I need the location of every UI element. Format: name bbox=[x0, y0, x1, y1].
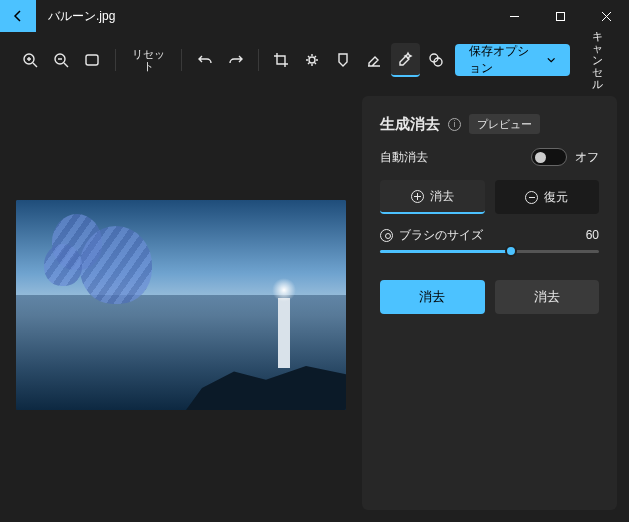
divider bbox=[258, 49, 259, 71]
edited-image[interactable] bbox=[16, 200, 346, 410]
auto-erase-label: 自動消去 bbox=[380, 149, 428, 166]
generative-erase-panel: 生成消去 i プレビュー 自動消去 オフ 消去 復元 bbox=[362, 96, 617, 510]
maximize-button[interactable] bbox=[537, 0, 583, 32]
generative-erase-button[interactable] bbox=[391, 43, 420, 77]
crop-button[interactable] bbox=[267, 43, 296, 77]
undo-button[interactable] bbox=[190, 43, 219, 77]
canvas-area[interactable] bbox=[0, 88, 362, 522]
mode-remove-button[interactable]: 復元 bbox=[495, 180, 600, 214]
fit-button[interactable] bbox=[78, 43, 107, 77]
save-label: 保存オプション bbox=[469, 43, 540, 77]
plus-circle-icon bbox=[411, 190, 424, 203]
svg-rect-3 bbox=[86, 55, 98, 65]
target-icon bbox=[380, 229, 393, 242]
auto-erase-toggle[interactable] bbox=[531, 148, 567, 166]
zoom-in-button[interactable] bbox=[16, 43, 45, 77]
svg-point-4 bbox=[309, 57, 315, 63]
erase-selection bbox=[44, 244, 82, 286]
close-button[interactable] bbox=[583, 0, 629, 32]
divider bbox=[115, 49, 116, 71]
mode-remove-label: 復元 bbox=[544, 189, 568, 206]
brush-size-label: ブラシのサイズ bbox=[399, 229, 483, 242]
window-title: バルーン.jpg bbox=[48, 8, 491, 25]
main-toolbar: リセット 保存オプション キャンセル bbox=[0, 32, 629, 88]
erase-selection bbox=[80, 226, 152, 304]
brush-size-value: 60 bbox=[586, 228, 599, 242]
erase-button[interactable] bbox=[360, 43, 389, 77]
panel-title: 生成消去 bbox=[380, 115, 440, 134]
title-bar: バルーン.jpg bbox=[0, 0, 629, 32]
brush-size-slider[interactable] bbox=[380, 242, 599, 260]
apply-erase-button[interactable]: 消去 bbox=[380, 280, 485, 314]
redo-button[interactable] bbox=[221, 43, 250, 77]
minimize-button[interactable] bbox=[491, 0, 537, 32]
save-options-button[interactable]: 保存オプション bbox=[455, 44, 570, 76]
markup-button[interactable] bbox=[329, 43, 358, 77]
background-button[interactable] bbox=[422, 43, 451, 77]
chevron-down-icon bbox=[547, 55, 555, 65]
auto-erase-state: オフ bbox=[575, 149, 599, 166]
preview-badge: プレビュー bbox=[469, 114, 540, 134]
divider bbox=[181, 49, 182, 71]
minus-circle-icon bbox=[525, 191, 538, 204]
mode-add-label: 消去 bbox=[430, 188, 454, 205]
secondary-erase-button[interactable]: 消去 bbox=[495, 280, 600, 314]
info-icon[interactable]: i bbox=[448, 118, 461, 131]
back-button[interactable] bbox=[0, 0, 36, 32]
cancel-button[interactable]: キャンセル bbox=[582, 43, 613, 77]
zoom-out-button[interactable] bbox=[47, 43, 76, 77]
svg-rect-0 bbox=[556, 12, 564, 20]
reset-button[interactable]: リセット bbox=[124, 43, 174, 77]
mode-add-button[interactable]: 消去 bbox=[380, 180, 485, 214]
adjust-button[interactable] bbox=[298, 43, 327, 77]
